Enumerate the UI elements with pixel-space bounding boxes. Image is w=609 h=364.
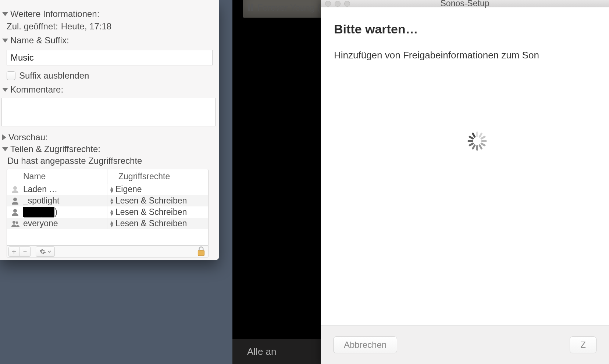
user-icon [10, 185, 20, 194]
table-row[interactable]: Laden …▴▾Eigene [7, 184, 208, 195]
bottom-bar-left-label[interactable]: Alle an [247, 346, 277, 357]
svg-rect-0 [198, 251, 204, 256]
redacted-username: █████ [23, 207, 54, 217]
hide-suffix-row[interactable]: Suffix ausblenden [7, 71, 213, 81]
cancel-button-label: Abbrechen [344, 340, 387, 350]
perm-dropdown[interactable]: ▴▾Lesen & Schreiben [107, 195, 208, 206]
updown-icon: ▴▾ [110, 220, 113, 227]
finder-info-window: Weitere Informationen: Zul. geöffnet: He… [0, 0, 219, 260]
sonos-titlebar: Sonos-Setup [321, 0, 609, 7]
perm-user-name: _spotlight [23, 196, 59, 206]
perm-dropdown[interactable]: ▴▾Lesen & Schreiben [107, 206, 208, 218]
perm-user-name: █████) [23, 207, 57, 217]
col-perm-header[interactable]: Zugriffsrechte [107, 169, 208, 184]
perm-dropdown[interactable]: ▴▾Eigene [107, 184, 208, 195]
now-playing-title: Forever Young (Sp [257, 3, 331, 13]
section-more-info[interactable]: Weitere Informationen: [0, 8, 219, 20]
gear-icon [39, 248, 46, 255]
updown-icon: ▴▾ [110, 198, 113, 204]
disclosure-right-icon [2, 134, 6, 140]
lock-icon[interactable] [196, 246, 206, 257]
zoom-window-button[interactable] [344, 1, 350, 7]
permissions-table: Name Zugriffsrechte Laden …▴▾Eigene_spot… [7, 169, 209, 246]
next-button[interactable]: Z [570, 336, 596, 353]
window-traffic-lights[interactable] [325, 1, 350, 7]
action-menu-button[interactable] [36, 246, 55, 257]
last-opened-row: Zul. geöffnet: Heute, 17:18 [7, 21, 213, 32]
sonos-footer: Abbrechen Z [321, 325, 609, 364]
disclosure-down-icon [2, 88, 8, 92]
table-row[interactable]: █████)▴▾Lesen & Schreiben [7, 206, 208, 218]
user-icon [10, 208, 20, 217]
close-window-button[interactable] [325, 1, 331, 7]
user-icon [10, 197, 20, 205]
checkbox-icon[interactable] [7, 71, 15, 80]
last-opened-key: Zul. geöffnet: [7, 21, 58, 32]
sonos-body: Bitte warten… Hinzufügen von Freigabeinf… [321, 7, 609, 325]
cancel-button[interactable]: Abbrechen [333, 336, 397, 353]
updown-icon: ▴▾ [110, 209, 113, 216]
section-sharing[interactable]: Teilen & Zugriffsrechte: [0, 143, 219, 155]
sonos-heading: Bitte warten… [334, 22, 596, 36]
disclosure-down-icon [2, 147, 8, 151]
permissions-header: Name Zugriffsrechte [7, 169, 208, 184]
disclosure-down-icon [2, 12, 8, 16]
section-label: Teilen & Zugriffsrechte: [10, 144, 100, 154]
chevron-down-icon [47, 250, 51, 253]
perm-value: Eigene [115, 184, 142, 194]
section-label: Name & Suffix: [10, 35, 69, 46]
minimize-window-button[interactable] [335, 1, 341, 7]
hide-suffix-label: Suffix ausblenden [19, 71, 89, 81]
sonos-window-title: Sonos-Setup [441, 0, 489, 8]
section-preview[interactable]: Vorschau: [0, 131, 219, 143]
sharing-desc: Du hast angepasste Zugriffsrechte [0, 156, 219, 166]
section-name-suffix[interactable]: Name & Suffix: [0, 35, 219, 46]
perm-user-name: everyone [23, 219, 58, 228]
table-blank-row [7, 229, 208, 245]
last-opened-value: Heute, 17:18 [61, 21, 111, 32]
section-label: Weitere Informationen: [10, 9, 99, 19]
perm-value: Lesen & Schreiben [115, 219, 187, 228]
section-comments[interactable]: Kommentare: [0, 84, 219, 95]
next-button-label: Z [580, 340, 586, 350]
filename-input[interactable] [7, 50, 213, 65]
remove-user-button[interactable]: － [19, 246, 31, 257]
pause-icon [248, 4, 253, 11]
sonos-status-text: Hinzufügen von Freigabeinformationen zum… [334, 50, 596, 61]
disclosure-down-icon [2, 39, 8, 43]
section-label: Vorschau: [8, 132, 48, 143]
perm-user-name: Laden … [23, 184, 57, 194]
add-user-button[interactable]: ＋ [8, 246, 19, 257]
perm-value: Lesen & Schreiben [115, 207, 187, 217]
perm-value: Lesen & Schreiben [115, 196, 187, 206]
sonos-setup-window: Sonos-Setup Bitte warten… Hinzufügen von… [321, 0, 609, 364]
updown-icon: ▴▾ [110, 186, 113, 193]
user-icon [10, 219, 20, 228]
table-row[interactable]: everyone▴▾Lesen & Schreiben [7, 218, 208, 229]
perm-dropdown[interactable]: ▴▾Lesen & Schreiben [107, 218, 208, 229]
permissions-toolbar: ＋ － [7, 246, 209, 257]
col-name-header[interactable]: Name [7, 169, 107, 184]
table-row[interactable]: _spotlight▴▾Lesen & Schreiben [7, 195, 208, 206]
section-label: Kommentare: [10, 84, 63, 95]
spinner-icon [467, 131, 487, 151]
comments-textarea[interactable] [1, 98, 216, 126]
